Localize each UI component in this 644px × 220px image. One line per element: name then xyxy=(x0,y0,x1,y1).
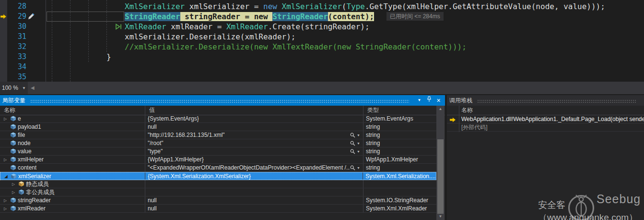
locals-name-cell[interactable]: file xyxy=(0,131,145,139)
locals-value-cell[interactable]: {WpfApp1.XmlHelper} xyxy=(145,156,363,163)
code-token: XmlSerializer xyxy=(282,2,342,11)
locals-name-cell[interactable]: ▷ 非公共成员 xyxy=(0,188,145,196)
code-line[interactable]: //xmlSerializer.Deserialize(new XmlTextR… xyxy=(125,42,467,52)
expand-arrow-icon[interactable]: ▷ xyxy=(4,117,10,121)
locals-value-cell[interactable]: {System.EventArgs} xyxy=(145,115,363,122)
perf-tip[interactable]: 已用时间 <= 284ms xyxy=(386,12,444,21)
magnifier-button[interactable]: ▼ xyxy=(350,141,363,146)
line-number: 29 xyxy=(6,12,26,22)
variable-name: value xyxy=(18,148,32,155)
locals-row[interactable]: ▷ 静态成员 xyxy=(0,180,436,188)
locals-row[interactable]: ▷ 非公共成员 xyxy=(0,188,436,196)
callstack-title-bar[interactable]: 调用堆栈 xyxy=(447,95,644,106)
callstack-row[interactable]: WebApplication1.dll!WebApplication1._Def… xyxy=(447,115,644,123)
locals-value-cell[interactable]: null xyxy=(145,123,363,131)
magnifier-button[interactable]: ▼ xyxy=(350,165,363,171)
callstack-row[interactable]: [外部代码] xyxy=(447,123,644,132)
code-line[interactable]: } xyxy=(106,52,111,62)
locals-value-cell[interactable]: null xyxy=(145,205,363,212)
title-grip[interactable] xyxy=(30,99,409,103)
variable-name: 非公共成员 xyxy=(26,188,55,196)
locals-value-cell[interactable]: {System.Xml.Serialization.XmlSerializer} xyxy=(145,172,363,180)
locals-row[interactable]: content "<ExpandedWrapperOfXamlReaderObj… xyxy=(0,164,436,172)
variable-name: xmlReader xyxy=(18,205,46,212)
locals-name-cell[interactable]: content xyxy=(0,164,145,171)
pin-icon[interactable] xyxy=(425,96,433,105)
current-frame-arrow-icon xyxy=(450,117,456,123)
close-icon[interactable]: × xyxy=(434,97,443,104)
zoom-dropdown-caret-icon[interactable]: ▼ xyxy=(22,82,26,95)
locals-name-cell[interactable]: ▷ stringReader xyxy=(0,196,145,204)
locals-value-cell[interactable]: "type" ▼ xyxy=(145,147,363,155)
locals-value-cell[interactable]: null xyxy=(145,196,363,204)
scroll-left-arrow-icon[interactable]: ◀ xyxy=(31,82,35,94)
locals-name-cell[interactable]: ▷ 静态成员 xyxy=(0,180,145,188)
expand-arrow-icon[interactable]: ▷ xyxy=(4,198,10,203)
locals-row[interactable]: ▷ stringReader null System.IO.StringRead… xyxy=(0,196,436,205)
scroll-down-arrow-icon[interactable]: ▼ xyxy=(436,213,445,220)
locals-row[interactable]: file "http://192.168.231.135/1.xml" ▼ st… xyxy=(0,131,436,139)
zoom-control[interactable]: 100 % xyxy=(2,82,18,94)
callstack-rows: WebApplication1.dll!WebApplication1._Def… xyxy=(447,115,644,132)
code-line[interactable]: XmlSerializer xmlSerializer = new XmlSer… xyxy=(125,1,605,12)
scrollbar-thumb[interactable] xyxy=(437,139,444,214)
line-number: 30 xyxy=(6,22,26,32)
expand-arrow-icon[interactable]: ◢ xyxy=(4,174,11,179)
locals-name-cell[interactable]: ▷ e xyxy=(0,115,145,122)
locals-name-cell[interactable]: ◢ xmlSerializer xyxy=(0,172,145,180)
locals-title-bar[interactable]: 局部变量 ▼ × xyxy=(0,95,445,106)
expand-arrow-icon[interactable]: ▷ xyxy=(12,190,18,195)
magnifier-button[interactable]: ▼ xyxy=(350,133,363,138)
expand-arrow-icon[interactable]: ▷ xyxy=(12,182,18,186)
window-menu-icon[interactable]: ▼ xyxy=(415,97,423,104)
locals-row[interactable]: node "/root" ▼ string xyxy=(0,139,436,147)
code-token: //xmlSerializer.Deserialize(new XmlTextR… xyxy=(125,42,467,51)
variable-type: string xyxy=(363,123,436,131)
expand-arrow-icon[interactable]: ▷ xyxy=(4,207,10,211)
locals-row[interactable]: ▷ e {System.EventArgs} System.EventArgs xyxy=(0,115,436,123)
locals-row[interactable]: payload1 null string xyxy=(0,123,436,131)
locals-name-cell[interactable]: ▷ xmlHelper xyxy=(0,156,145,163)
code-line[interactable]: xmlSerializer.Deserialize(xmlReader); xyxy=(125,32,295,42)
code-token: xmlReader = xyxy=(166,22,226,31)
scroll-up-arrow-icon[interactable]: ▲ xyxy=(436,106,445,112)
variable-name: xmlSerializer xyxy=(18,173,51,180)
locals-name-cell[interactable]: node xyxy=(0,139,145,147)
code-token: (content); xyxy=(328,12,374,21)
column-header-name[interactable]: 名称 xyxy=(0,106,145,115)
locals-name-cell[interactable]: value xyxy=(0,147,145,155)
code-editor[interactable]: 2829303132333435 XmlSerializer xmlSerial… xyxy=(0,0,644,82)
horizontal-scrollbar[interactable]: ◀ xyxy=(28,82,644,94)
locals-value-cell[interactable]: "http://192.168.231.135/1.xml" ▼ xyxy=(145,131,363,139)
locals-scrollbar[interactable]: ▲ ▼ xyxy=(436,106,445,220)
locals-row[interactable]: ▷ xmlReader null System.Xml.XmlReader xyxy=(0,205,436,213)
title-grip[interactable] xyxy=(477,99,637,103)
locals-name-cell[interactable]: payload1 xyxy=(0,123,145,131)
locals-value-cell[interactable]: "/root" ▼ xyxy=(145,139,363,147)
code-token: XmlReader xyxy=(125,22,166,31)
variable-type: System.EventArgs xyxy=(363,115,436,122)
code-token: .GetType(xmlHelper.GetAttributeValue(nod… xyxy=(365,2,605,11)
magnifier-button[interactable]: ▼ xyxy=(350,149,363,154)
column-header-type[interactable]: 类型 xyxy=(363,106,436,115)
locals-value-cell[interactable] xyxy=(145,180,363,188)
expand-arrow-icon[interactable]: ▷ xyxy=(4,158,10,162)
code-line[interactable]: XmlReader xmlReader = XmlReader.Create(s… xyxy=(125,22,370,32)
caret-position-icon xyxy=(115,24,122,30)
variable-value: "http://192.168.231.135/1.xml" xyxy=(148,132,350,138)
locals-row[interactable]: value "type" ▼ string xyxy=(0,147,436,156)
variable-value: {WpfApp1.XmlHelper} xyxy=(148,156,363,163)
variable-name: file xyxy=(18,132,25,138)
locals-name-cell[interactable]: ▷ xmlReader xyxy=(0,205,145,212)
variable-type: System.Xml.Serialization.... xyxy=(363,172,436,180)
callstack-header-row[interactable]: 名称 xyxy=(447,106,644,115)
field-icon xyxy=(10,140,18,146)
variable-value: "/root" xyxy=(148,140,350,147)
locals-row[interactable]: ▷ xmlHelper {WpfApp1.XmlHelper} WpfApp1.… xyxy=(0,156,436,164)
column-header-value[interactable]: 值 xyxy=(145,106,363,115)
code-line[interactable]: StringReader stringReader = new StringRe… xyxy=(125,12,374,22)
locals-row[interactable]: ◢ xmlSerializer {System.Xml.Serializatio… xyxy=(0,172,436,180)
locals-value-cell[interactable] xyxy=(145,188,363,196)
locals-value-cell[interactable]: "<ExpandedWrapperOfXamlReaderObjectDataP… xyxy=(145,164,363,171)
code-token: stringReader = new xyxy=(180,12,273,21)
